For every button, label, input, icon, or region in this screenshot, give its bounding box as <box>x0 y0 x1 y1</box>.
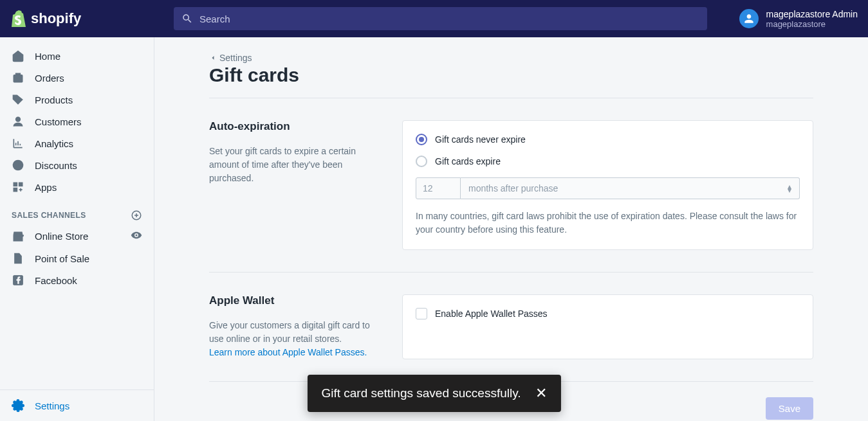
svg-point-1 <box>15 97 16 98</box>
sidebar-item-settings[interactable]: Settings <box>0 390 154 421</box>
sidebar-item-label: Customers <box>35 116 82 127</box>
sidebar-item-label: Products <box>35 94 73 105</box>
section-apple-wallet: Apple Wallet Give your customers a digit… <box>209 294 813 382</box>
checkbox-label: Enable Apple Wallet Passes <box>435 309 548 319</box>
search-icon <box>181 13 193 24</box>
enable-apple-wallet-row[interactable]: Enable Apple Wallet Passes <box>416 308 800 319</box>
auto-expiration-card: Gift cards never expire Gift cards expir… <box>402 120 813 250</box>
sidebar-channel-label: Online Store <box>35 231 88 242</box>
main-content: Settings Gift cards Auto-expiration Set … <box>154 37 868 421</box>
section-title: Apple Wallet <box>209 294 384 307</box>
sidebar-item-label: Apps <box>35 182 57 193</box>
sales-channels-heading: SALES CHANNELS <box>0 198 154 225</box>
sidebar-channel-facebook[interactable]: Facebook <box>0 269 154 291</box>
user-menu[interactable]: mageplazastore Admin mageplazastore <box>739 9 858 29</box>
toast-message: Gift card settings saved successfully. <box>321 386 521 400</box>
apple-wallet-card: Enable Apple Wallet Passes <box>402 294 813 359</box>
sidebar-channel-label: Point of Sale <box>35 253 89 264</box>
save-button[interactable]: Save <box>766 397 813 420</box>
customers-icon <box>12 115 24 128</box>
search-wrap <box>154 7 726 30</box>
search-bar[interactable] <box>174 7 707 30</box>
desc-text: Give your customers a digital gift card … <box>209 320 370 344</box>
checkbox-icon[interactable] <box>416 308 427 319</box>
topbar: shopify mageplazastore Admin mageplazast… <box>0 0 868 37</box>
channels-heading-text: SALES CHANNELS <box>12 211 86 220</box>
radio-label: Gift cards never expire <box>435 134 526 145</box>
section-left: Apple Wallet Give your customers a digit… <box>209 294 402 359</box>
helper-text: In many countries, gift card laws prohib… <box>416 210 800 237</box>
search-input[interactable] <box>199 13 699 24</box>
apps-icon <box>12 181 24 193</box>
radio-label: Gift cards expire <box>435 156 501 166</box>
sidebar-channel-label: Facebook <box>35 275 77 286</box>
expire-duration-row: months after purchase ▴▾ <box>416 177 800 199</box>
discounts-icon <box>12 159 24 172</box>
page-title: Gift cards <box>209 64 813 98</box>
section-title: Auto-expiration <box>209 120 384 133</box>
section-desc: Give your customers a digital gift card … <box>209 319 384 359</box>
online-store-icon <box>12 230 24 243</box>
sidebar-item-label: Discounts <box>35 160 77 171</box>
sidebar-item-label: Home <box>35 51 60 62</box>
svg-rect-6 <box>14 188 17 192</box>
sidebar-item-customers[interactable]: Customers <box>0 111 154 132</box>
analytics-icon <box>12 137 24 150</box>
section-desc: Set your gift cards to expire a certain … <box>209 145 384 185</box>
sidebar-item-label: Orders <box>35 73 64 84</box>
sidebar-item-orders[interactable]: Orders <box>0 67 154 89</box>
home-icon <box>12 49 24 62</box>
shopify-bag-icon <box>10 10 26 27</box>
sidebar-item-discounts[interactable]: Discounts <box>0 154 154 176</box>
svg-rect-4 <box>14 183 17 186</box>
add-channel-icon[interactable] <box>131 210 142 221</box>
radio-never-expire[interactable]: Gift cards never expire <box>416 134 800 145</box>
radio-icon[interactable] <box>416 134 427 145</box>
radio-expire[interactable]: Gift cards expire <box>416 156 800 167</box>
sidebar-bottom: Settings <box>0 390 154 421</box>
avatar-icon <box>743 12 755 25</box>
sidebar: Home Orders Products Customers Analytics… <box>0 37 154 421</box>
avatar <box>739 9 759 28</box>
user-name: mageplazastore Admin <box>766 9 858 19</box>
breadcrumb[interactable]: Settings <box>209 53 813 63</box>
settings-icon <box>12 399 24 412</box>
products-icon <box>12 93 24 106</box>
svg-rect-5 <box>19 183 23 186</box>
sidebar-item-home[interactable]: Home <box>0 45 154 67</box>
select-value: months after purchase <box>468 183 558 193</box>
toast: Gift card settings saved successfully. ✕ <box>307 375 560 412</box>
breadcrumb-text: Settings <box>219 53 252 63</box>
toast-close-icon[interactable]: ✕ <box>535 386 547 400</box>
sidebar-item-label: Analytics <box>35 138 73 149</box>
section-left: Auto-expiration Set your gift cards to e… <box>209 120 402 250</box>
section-auto-expiration: Auto-expiration Set your gift cards to e… <box>209 120 813 273</box>
select-chevron-icon: ▴▾ <box>788 184 791 192</box>
svg-point-2 <box>16 117 21 121</box>
sidebar-item-analytics[interactable]: Analytics <box>0 132 154 154</box>
brand-logo[interactable]: shopify <box>10 10 154 27</box>
orders-icon <box>12 71 24 84</box>
sidebar-item-apps[interactable]: Apps <box>0 176 154 198</box>
radio-icon[interactable] <box>416 156 427 167</box>
duration-unit-select[interactable]: months after purchase ▴▾ <box>461 177 800 199</box>
view-store-icon[interactable] <box>131 229 142 243</box>
brand-text: shopify <box>31 10 81 27</box>
sidebar-channel-pos[interactable]: Point of Sale <box>0 247 154 269</box>
sidebar-channel-online-store[interactable]: Online Store <box>0 225 154 247</box>
facebook-icon <box>12 274 24 287</box>
user-text: mageplazastore Admin mageplazastore <box>766 9 858 29</box>
duration-input[interactable] <box>416 177 461 199</box>
pos-icon <box>12 252 24 265</box>
sidebar-settings-label: Settings <box>35 400 69 411</box>
apple-wallet-link[interactable]: Learn more about Apple Wallet Passes. <box>209 347 367 357</box>
store-name: mageplazastore <box>766 19 858 29</box>
sidebar-item-products[interactable]: Products <box>0 89 154 111</box>
chevron-left-icon <box>209 54 217 62</box>
